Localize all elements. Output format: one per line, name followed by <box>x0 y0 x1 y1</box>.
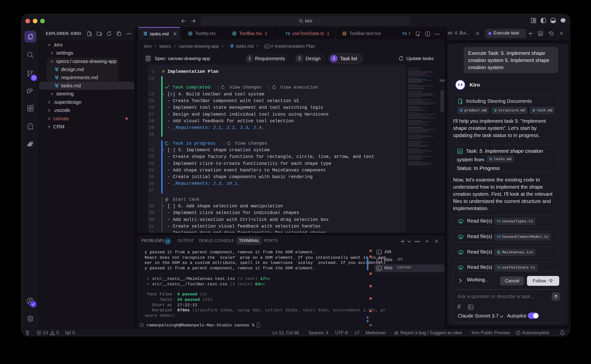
svg-text:abc: abc <box>265 45 269 48</box>
